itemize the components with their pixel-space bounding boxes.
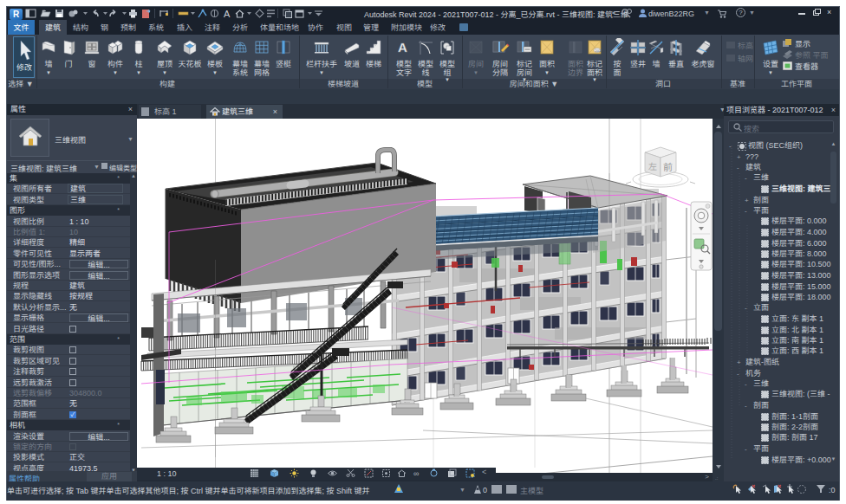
- svg-text:左: 左: [648, 159, 657, 172]
- svg-text:A: A: [398, 40, 407, 55]
- svg-text:A: A: [224, 9, 231, 19]
- svg-text:101: 101: [595, 48, 602, 53]
- svg-text:前: 前: [663, 159, 673, 173]
- svg-text:∞: ∞: [413, 469, 419, 478]
